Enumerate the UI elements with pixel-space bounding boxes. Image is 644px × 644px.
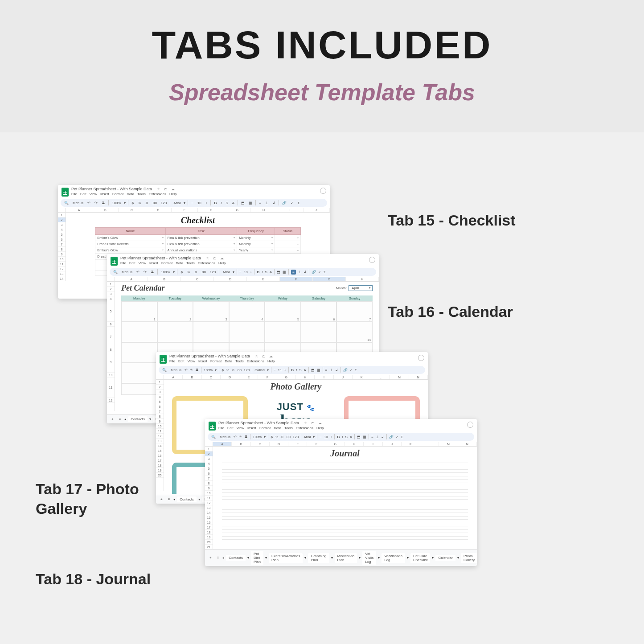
collab-icon — [369, 257, 375, 263]
month-label: Month: — [336, 286, 347, 290]
sheets-icon — [62, 188, 69, 197]
calendar-day-headers: MondayTuesdayWednesdayThursdayFridaySatu… — [121, 295, 373, 301]
column-headers: ABCDEFGHIJ — [58, 208, 330, 213]
header-band: TABS INCLUDED Spreadsheet Template Tabs — [0, 0, 644, 132]
sheets-icon — [209, 422, 216, 431]
row-numbers: 1234567891011121314151617181920212223242… — [205, 447, 213, 554]
label-tab-17: Tab 17 - Photo Gallery — [36, 479, 169, 518]
sheets-icon — [111, 257, 118, 266]
row-numbers: 1234567891011121314 — [58, 213, 66, 281]
month-select[interactable]: April — [349, 285, 373, 291]
menubar[interactable]: FileEditViewInsertFormatDataToolsExtensi… — [120, 260, 232, 267]
gallery-title: Photo Gallery — [164, 380, 428, 394]
sheets-icon — [160, 355, 167, 364]
row-numbers: 123456789101112 — [107, 282, 115, 411]
column-headers: ABCDEFGHIJKLMN — [156, 375, 428, 380]
journal-lines[interactable] — [222, 459, 468, 543]
row-numbers: 1234567891011121314151617181920 — [156, 380, 164, 491]
toolbar[interactable]: 🔍Menus ↶↷🖶 100%▾ $%.0.00123 Arial▾ −10+ … — [208, 433, 474, 441]
collab-icon — [418, 355, 424, 361]
column-headers: ABCDEFGHIJKLMN — [205, 442, 477, 447]
toolbar[interactable]: 🔍 Menus ↶↷🖶 100%▾ $%.0.00123 Arial▾ −10+… — [61, 199, 327, 207]
column-headers: ABCDEFGH — [107, 277, 379, 282]
label-tab-15: Tab 15 - Checklist — [388, 212, 516, 229]
label-tab-18: Tab 18 - Journal — [36, 570, 151, 588]
add-tab-icon[interactable]: + — [110, 417, 115, 421]
sheet-tabs[interactable]: +≡◂ Contacts▾ Pet Diet Plan▾ Exercise/Ac… — [205, 549, 477, 566]
menubar[interactable]: FileEditViewInsertFormatDataToolsExtensi… — [218, 425, 330, 431]
label-tab-16: Tab 16 - Calendar — [388, 303, 513, 320]
tabs-menu-icon[interactable]: ≡ — [117, 417, 123, 421]
menubar[interactable]: FileEditViewInsertFormatDataToolsExtensi… — [71, 191, 183, 197]
main-title: TABS INCLUDED — [0, 22, 644, 68]
toolbar[interactable]: 🔍Menus ↶↷🖶 100%▾ $%.0.00123 Calibri▾ −11… — [159, 366, 425, 374]
journal-title: Journal — [213, 447, 477, 459]
collab-icon — [467, 422, 473, 428]
toolbar[interactable]: 🔍Menus ↶↷🖶 100%▾ $%.0.00123 Arial▾ −10+ … — [110, 268, 376, 276]
titlebar: Pet Planner Spreadsheet - With Sample Da… — [58, 185, 330, 197]
titlebar: Pet Planner Spreadsheet - With Sample Da… — [107, 254, 379, 267]
doc-title: Pet Planner Spreadsheet - With Sample Da… — [71, 187, 183, 191]
checklist-title: Checklist — [66, 213, 330, 227]
calendar-title: Pet Calendar — [121, 283, 165, 293]
menubar[interactable]: FileEditViewInsertFormatDataToolsExtensi… — [169, 358, 281, 365]
search-icon[interactable]: 🔍 — [63, 201, 70, 205]
collab-icon — [320, 188, 326, 194]
subtitle: Spreadsheet Template Tabs — [0, 79, 644, 106]
spreadsheet-journal: Pet Planner Spreadsheet - With Sample Da… — [205, 419, 477, 566]
